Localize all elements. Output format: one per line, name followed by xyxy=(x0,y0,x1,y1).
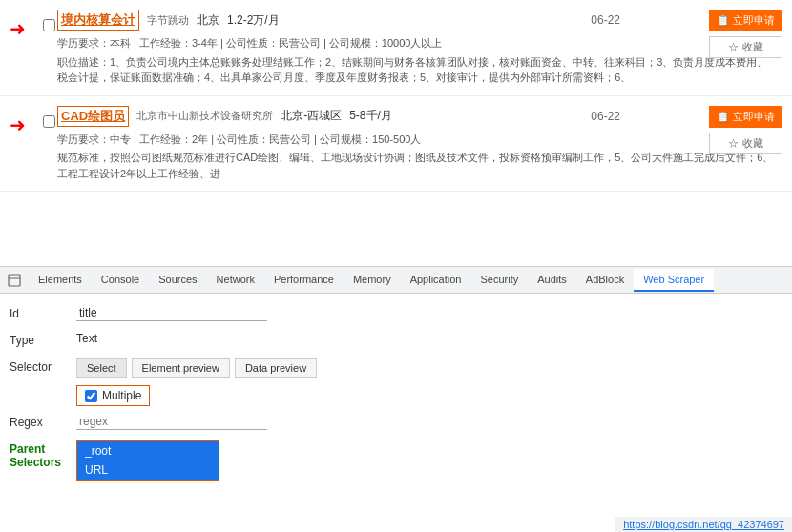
job-detail2-2: 规范标准，按照公司图纸规范标准进行CAD绘图、编辑、工地现场设计协调；图纸及技术… xyxy=(57,150,778,181)
job-date-2: 06-22 xyxy=(591,110,620,123)
job-card-1: ➜ 📋 立即申请 ☆ 收藏 06-22 境内核算会计 字节跳动 北京 1.2-2… xyxy=(0,0,792,96)
regex-label: Regex xyxy=(10,414,76,429)
parent-selectors-label: ParentSelectors xyxy=(10,440,76,469)
status-bar: https://blog.csdn.net/qq_42374697 xyxy=(615,517,792,532)
job-listings-area: ➜ 📋 立即申请 ☆ 收藏 06-22 境内核算会计 字节跳动 北京 1.2-2… xyxy=(0,0,792,267)
job-actions-2: 📋 立即申请 ☆ 收藏 xyxy=(709,106,782,154)
save-icon-1: ☆ xyxy=(728,41,739,52)
apply-icon-2: 📋 xyxy=(717,111,730,122)
id-input[interactable] xyxy=(76,305,267,321)
svg-rect-0 xyxy=(9,275,20,286)
job-title-line-2: CAD绘图员 北京市中山新技术设备研究所 北京-西城区 5-8千/月 xyxy=(57,106,778,127)
data-preview-button[interactable]: Data preview xyxy=(235,358,317,378)
multiple-checkbox[interactable] xyxy=(85,390,97,402)
save-button-1[interactable]: ☆ 收藏 xyxy=(709,36,782,58)
tab-network[interactable]: Network xyxy=(207,269,264,292)
multiple-row: Multiple xyxy=(0,381,792,410)
tab-console[interactable]: Console xyxy=(92,269,149,292)
save-icon-2: ☆ xyxy=(728,137,739,149)
selector-row: Selector Select Element preview Data pre… xyxy=(0,355,792,381)
selector-label: Selector xyxy=(10,358,76,374)
parent-item-root[interactable]: _root xyxy=(77,441,219,460)
tab-memory[interactable]: Memory xyxy=(344,269,401,292)
devtools-panel-icon[interactable] xyxy=(5,271,24,290)
tab-adblock[interactable]: AdBlock xyxy=(576,269,634,292)
tab-sources[interactable]: Sources xyxy=(149,269,206,292)
status-url: https://blog.csdn.net/qq_42374697 xyxy=(623,519,784,530)
job-detail1-1: 学历要求：本科 | 工作经验：3-4年 | 公司性质：民营公司 | 公司规模：1… xyxy=(57,35,778,51)
multiple-container: Multiple xyxy=(76,385,150,406)
multiple-text: Multiple xyxy=(102,389,141,402)
job-salary-2: 5-8千/月 xyxy=(349,108,392,124)
tab-elements[interactable]: Elements xyxy=(29,269,92,292)
apply-button-2[interactable]: 📋 立即申请 xyxy=(709,106,782,128)
tab-security[interactable]: Security xyxy=(470,269,528,292)
arrow-icon-1: ➜ xyxy=(10,17,26,40)
apply-button-1[interactable]: 📋 立即申请 xyxy=(709,10,782,31)
job-company-2: 北京市中山新技术设备研究所 xyxy=(136,109,273,123)
job-card-2: ➜ 📋 立即申请 ☆ 收藏 06-22 CAD绘图员 北京市中山新技术设备研究所… xyxy=(0,96,792,193)
job-detail1-2: 学历要求：中专 | 工作经验：2年 | 公司性质：民营公司 | 公司规模：150… xyxy=(57,132,778,148)
save-button-2[interactable]: ☆ 收藏 xyxy=(709,133,782,154)
job-title-line-1: 境内核算会计 字节跳动 北京 1.2-2万/月 xyxy=(57,10,778,31)
type-row: Type Text xyxy=(0,328,792,355)
job-checkbox-1[interactable] xyxy=(43,19,55,31)
tab-audits[interactable]: Audits xyxy=(528,269,576,292)
job-title-1[interactable]: 境内核算会计 xyxy=(57,10,139,31)
devtools-tabbar: Elements Console Sources Network Perform… xyxy=(0,267,792,294)
arrow-icon-2: ➜ xyxy=(10,113,26,136)
parent-selectors-row: ParentSelectors _root URL xyxy=(0,437,792,484)
job-location-2: 北京-西城区 xyxy=(281,108,342,124)
job-salary-1: 1.2-2万/月 xyxy=(227,12,280,29)
regex-input[interactable] xyxy=(76,414,267,430)
job-title-2[interactable]: CAD绘图员 xyxy=(57,106,129,127)
webscraper-panel: Id Type Text Selector Select Element pre… xyxy=(0,294,792,503)
parent-selectors-list: _root URL xyxy=(76,440,219,481)
regex-row: Regex xyxy=(0,410,792,437)
select-button[interactable]: Select xyxy=(76,358,127,378)
job-actions-1: 📋 立即申请 ☆ 收藏 xyxy=(709,10,782,58)
selector-buttons: Select Element preview Data preview xyxy=(76,358,317,378)
apply-icon-1: 📋 xyxy=(717,14,730,26)
type-value: Text xyxy=(76,332,782,345)
job-date-1: 06-22 xyxy=(591,13,620,27)
type-label: Type xyxy=(10,332,76,347)
tab-webscraper[interactable]: Web Scraper xyxy=(634,269,714,292)
element-preview-button[interactable]: Element preview xyxy=(132,358,230,378)
tab-performance[interactable]: Performance xyxy=(264,269,344,292)
job-location-1: 北京 xyxy=(197,12,219,29)
job-checkbox-2[interactable] xyxy=(43,115,55,128)
job-detail2-1: 职位描述：1、负责公司境内主体总账账务处理结账工作；2、结账期间与财务各核算团队… xyxy=(57,54,778,86)
job-tag-1: 字节跳动 xyxy=(147,13,189,28)
parent-item-url[interactable]: URL xyxy=(77,460,219,480)
multiple-label-spacer xyxy=(10,385,76,387)
tab-application[interactable]: Application xyxy=(401,269,471,292)
id-row: Id xyxy=(0,301,792,328)
id-label: Id xyxy=(10,305,76,320)
